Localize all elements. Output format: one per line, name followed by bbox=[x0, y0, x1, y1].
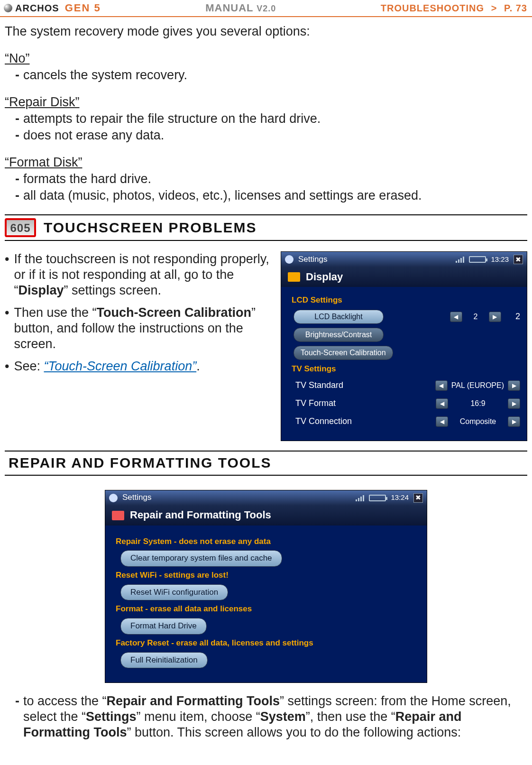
list-text: If the touchscreen is not responding pro… bbox=[14, 251, 269, 298]
list-item: Then use the “Touch-Screen Calibration” … bbox=[5, 305, 269, 352]
option-title: “Repair Disk” bbox=[5, 94, 527, 110]
titlebar-label: Settings bbox=[298, 255, 451, 265]
row-brightness-contrast: Brightness/Contrast bbox=[294, 327, 520, 342]
group-label: Repair System - does not erase any data bbox=[116, 537, 417, 547]
group-label: Format - erase all data and licenses bbox=[116, 604, 417, 614]
t: Display bbox=[18, 283, 64, 297]
full-reinit-button[interactable]: Full Reinitialization bbox=[120, 652, 208, 669]
breadcrumb-section: TROUBLESHOOTING bbox=[381, 3, 484, 13]
list-item: - all data (music, photos, videos, etc.)… bbox=[15, 188, 527, 203]
list-item: - cancels the system recovery. bbox=[15, 67, 527, 83]
clock: 13:23 bbox=[491, 255, 509, 264]
brand-block: ARCHOS bbox=[4, 3, 59, 14]
dash-icon: - bbox=[15, 128, 19, 143]
next-button[interactable]: ▶ bbox=[508, 380, 520, 391]
dash-icon: - bbox=[15, 171, 19, 187]
battery-icon bbox=[369, 495, 386, 501]
signal-icon bbox=[456, 256, 464, 263]
device-screenshot-display: Settings 13:23 ✖ Display LCD Settings LC… bbox=[281, 251, 527, 441]
clock: 13:24 bbox=[391, 493, 409, 502]
list-item: - formats the hard drive. bbox=[15, 171, 527, 187]
gear-icon bbox=[109, 494, 118, 502]
manual-word: MANUAL bbox=[205, 2, 253, 14]
next-button[interactable]: ▶ bbox=[508, 416, 520, 427]
lcd-backlight-button[interactable]: LCD Backlight bbox=[294, 310, 384, 324]
section-title: TOUCHSCREEN PROBLEMS bbox=[44, 219, 257, 237]
touch-calibration-button[interactable]: Touch-Screen Calibration bbox=[294, 346, 393, 360]
manual-label: MANUAL V2.0 bbox=[101, 2, 381, 14]
lcd-backlight-value: 2 bbox=[466, 312, 485, 322]
option-title: “No” bbox=[5, 51, 527, 66]
gear-icon bbox=[285, 255, 294, 264]
t: System bbox=[260, 710, 306, 724]
device-titlebar: Settings 13:24 ✖ bbox=[105, 490, 427, 506]
list-text: cancels the system recovery. bbox=[23, 67, 187, 83]
panel-title-text: Repair and Formatting Tools bbox=[130, 509, 271, 522]
gen5-label: GEN 5 bbox=[65, 2, 101, 14]
device-titlebar: Settings 13:23 ✖ bbox=[281, 252, 527, 267]
t: ”, then use the “ bbox=[306, 710, 395, 724]
tools-icon bbox=[112, 511, 124, 520]
tv-standard-value: PAL (EUROPE) bbox=[451, 381, 504, 390]
t: ” menu item, choose “ bbox=[137, 710, 260, 724]
tv-format-value: 16:9 bbox=[452, 399, 504, 408]
clear-temp-button[interactable]: Clear temporary system files and cache bbox=[120, 550, 282, 567]
t: ” button. This screen allows you to do t… bbox=[127, 725, 461, 739]
footer-text: to access the “Repair and Formatting Too… bbox=[23, 693, 527, 740]
page-number: P. 73 bbox=[504, 3, 527, 13]
t: ” settings screen. bbox=[64, 283, 162, 297]
row-tv-format: TV Format ◀ 16:9 ▶ bbox=[294, 396, 520, 411]
list-item: See: “Touch-Screen Calibration”. bbox=[5, 359, 269, 374]
prev-button[interactable]: ◀ bbox=[436, 398, 448, 409]
page-header: ARCHOS GEN 5 MANUAL V2.0 TROUBLESHOOTING… bbox=[0, 0, 532, 17]
bullet-icon bbox=[5, 251, 9, 298]
footer-instruction: - to access the “Repair and Formatting T… bbox=[15, 693, 527, 740]
lcd-backlight-level: 2 bbox=[515, 312, 520, 322]
dash-icon: - bbox=[15, 67, 19, 83]
group-label: Reset WiFi - settings are lost! bbox=[116, 571, 417, 581]
breadcrumb-sep: > bbox=[491, 3, 497, 13]
t: Then use the “ bbox=[14, 305, 96, 320]
section-repair-heading: REPAIR AND FORMATTING TOOLS bbox=[5, 451, 527, 476]
list-item: - attempts to repair the file structure … bbox=[15, 111, 527, 127]
prev-button[interactable]: ◀ bbox=[435, 380, 448, 391]
next-button[interactable]: ▶ bbox=[508, 398, 520, 409]
section-touchscreen-heading: 605 TOUCHSCREEN PROBLEMS bbox=[5, 214, 527, 241]
close-button[interactable]: ✖ bbox=[514, 255, 523, 264]
display-icon bbox=[288, 272, 300, 282]
row-label: TV Connection bbox=[295, 416, 367, 427]
brightness-contrast-button[interactable]: Brightness/Contrast bbox=[294, 328, 384, 342]
list-item: - does not erase any data. bbox=[15, 128, 527, 143]
option-no: “No” - cancels the system recovery. bbox=[5, 51, 527, 83]
row-label: TV Format bbox=[295, 398, 367, 409]
prev-button[interactable]: ◀ bbox=[436, 416, 448, 427]
panel-title: Repair and Formatting Tools bbox=[105, 506, 427, 525]
row-label: TV Standard bbox=[295, 380, 367, 391]
close-button[interactable]: ✖ bbox=[413, 493, 423, 503]
brand-logo-icon bbox=[4, 4, 12, 12]
panel-title-text: Display bbox=[306, 271, 343, 284]
section-label: LCD Settings bbox=[292, 295, 520, 305]
bullet-icon bbox=[5, 359, 9, 374]
dash-icon: - bbox=[15, 693, 19, 740]
calibration-link[interactable]: “Touch-Screen Calibration” bbox=[44, 359, 197, 373]
section-label: TV Settings bbox=[292, 364, 520, 374]
decrease-button[interactable]: ◀ bbox=[450, 312, 462, 322]
t: See: bbox=[14, 359, 44, 373]
option-title: “Format Disk” bbox=[5, 155, 527, 170]
manual-version: V2.0 bbox=[257, 4, 276, 13]
brand-text: ARCHOS bbox=[15, 3, 59, 14]
dash-icon: - bbox=[15, 111, 19, 127]
increase-button[interactable]: ▶ bbox=[489, 312, 501, 322]
list-text: See: “Touch-Screen Calibration”. bbox=[14, 359, 200, 374]
row-tv-standard: TV Standard ◀ PAL (EUROPE) ▶ bbox=[294, 378, 520, 393]
breadcrumb: TROUBLESHOOTING > P. 73 bbox=[381, 3, 527, 14]
format-hd-button[interactable]: Format Hard Drive bbox=[120, 618, 207, 635]
tv-connection-value: Composite bbox=[452, 417, 504, 426]
reset-wifi-button[interactable]: Reset WiFi configuration bbox=[120, 584, 228, 601]
group-label: Factory Reset - erase all data, licenses… bbox=[116, 638, 417, 648]
touch-bullets: If the touchscreen is not responding pro… bbox=[5, 251, 269, 441]
titlebar-label: Settings bbox=[122, 493, 351, 503]
list-text: Then use the “Touch-Screen Calibration” … bbox=[14, 305, 269, 352]
t: to access the “ bbox=[23, 694, 107, 708]
